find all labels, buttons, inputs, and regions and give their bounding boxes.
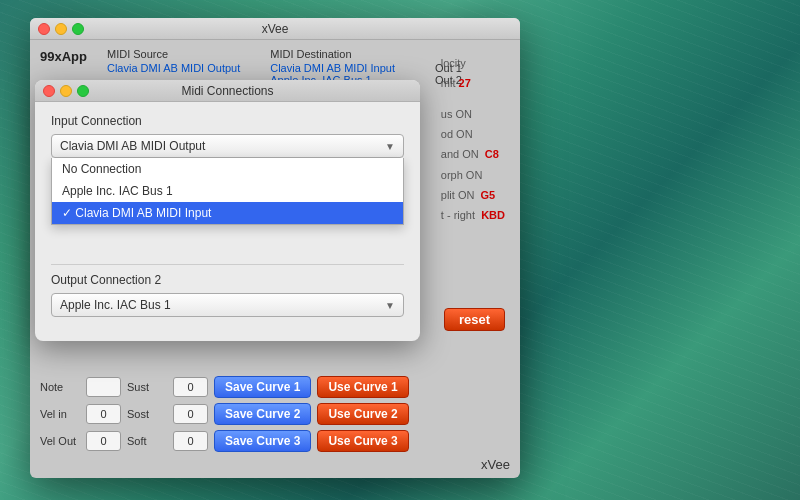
split-on-label: plit ON G5 [441,185,505,205]
soft-label: Soft [127,435,167,447]
curve3-row: Vel Out Soft Save Curve 3 Use Curve 3 [40,430,510,452]
vel-out-label: Vel Out [40,435,80,447]
close-button-app[interactable] [38,23,50,35]
maximize-button-app[interactable] [72,23,84,35]
midi-dest-value1: Clavia DMI AB MIDI Input [270,62,395,74]
split-right-value: KBD [481,209,505,221]
save-curve1-button[interactable]: Save Curve 1 [214,376,311,398]
minimize-button-app[interactable] [55,23,67,35]
input-dropdown-value: Clavia DMI AB MIDI Output [60,139,205,153]
sost-input[interactable] [173,404,208,424]
modal-titlebar: Midi Connections [35,80,420,102]
save-curve2-button[interactable]: Save Curve 2 [214,403,311,425]
midi-connections-modal: Midi Connections Input Connection Clavia… [35,80,420,341]
use-curve1-button[interactable]: Use Curve 1 [317,376,408,398]
midi-source-value: Clavia DMI AB MIDI Output [107,62,240,74]
sust-label: Sust [127,381,167,393]
status-panel: locity mit 27 us ON od ON and ON C8 orph… [441,53,505,226]
bus-on-label: us ON [441,104,505,124]
output2-dropdown-arrow-icon: ▼ [385,300,395,311]
velocity-label: locity [441,53,505,73]
vel-in-label: Vel in [40,408,80,420]
sust-input[interactable] [173,377,208,397]
app-title: xVee [262,22,289,36]
dropdown-arrow-icon: ▼ [385,141,395,152]
output2-dropdown-value: Apple Inc. IAC Bus 1 [60,298,171,312]
modal-traffic-lights [43,85,89,97]
mod-on-label: od ON [441,124,505,144]
midi-source-header: MIDI Source [107,48,240,60]
split-value: G5 [481,189,496,201]
vel-out-input[interactable] [86,431,121,451]
reset-button[interactable]: reset [444,308,505,331]
close-button-modal[interactable] [43,85,55,97]
dropdown-option-iac[interactable]: Apple Inc. IAC Bus 1 [52,180,403,202]
split-right-label: t - right KBD [441,205,505,225]
separator [51,264,404,265]
limit-value: 27 [459,77,471,89]
output2-label: Output Connection 2 [51,273,404,287]
99xapp-label: 99xApp [40,48,87,66]
dropdown-option-no-connection[interactable]: No Connection [52,158,403,180]
app-traffic-lights [38,23,84,35]
limit-label: mit 27 [441,73,505,93]
use-curve3-button[interactable]: Use Curve 3 [317,430,408,452]
input-dropdown-container: Clavia DMI AB MIDI Output ▼ No Connectio… [51,134,404,158]
dropdown-list: No Connection Apple Inc. IAC Bus 1 Clavi… [51,158,404,225]
maximize-button-modal[interactable] [77,85,89,97]
save-curve3-button[interactable]: Save Curve 3 [214,430,311,452]
band-value: C8 [485,148,499,160]
minimize-button-modal[interactable] [60,85,72,97]
input-dropdown[interactable]: Clavia DMI AB MIDI Output ▼ [51,134,404,158]
modal-body: Input Connection Clavia DMI AB MIDI Outp… [35,102,420,341]
use-curve2-button[interactable]: Use Curve 2 [317,403,408,425]
app-titlebar: xVee [30,18,520,40]
note-label: Note [40,381,80,393]
modal-title: Midi Connections [181,84,273,98]
band-on-label: and ON C8 [441,144,505,164]
reset-area: reset [444,308,505,331]
midi-dest-header: MIDI Destination [270,48,395,60]
xvee-footer: xVee [40,457,510,472]
curve2-row: Vel in Sost Save Curve 2 Use Curve 2 [40,403,510,425]
output2-dropdown[interactable]: Apple Inc. IAC Bus 1 ▼ [51,293,404,317]
soft-input[interactable] [173,431,208,451]
vel-in-input[interactable] [86,404,121,424]
dropdown-option-clavia[interactable]: Clavia DMI AB MIDI Input [52,202,403,224]
sost-label: Sost [127,408,167,420]
curve1-row: Note Sust Save Curve 1 Use Curve 1 [40,376,510,398]
input-connection-label: Input Connection [51,114,404,128]
bottom-buttons: Note Sust Save Curve 1 Use Curve 1 Vel i… [40,376,510,472]
note-input[interactable] [86,377,121,397]
morph-on-label: orph ON [441,165,505,185]
